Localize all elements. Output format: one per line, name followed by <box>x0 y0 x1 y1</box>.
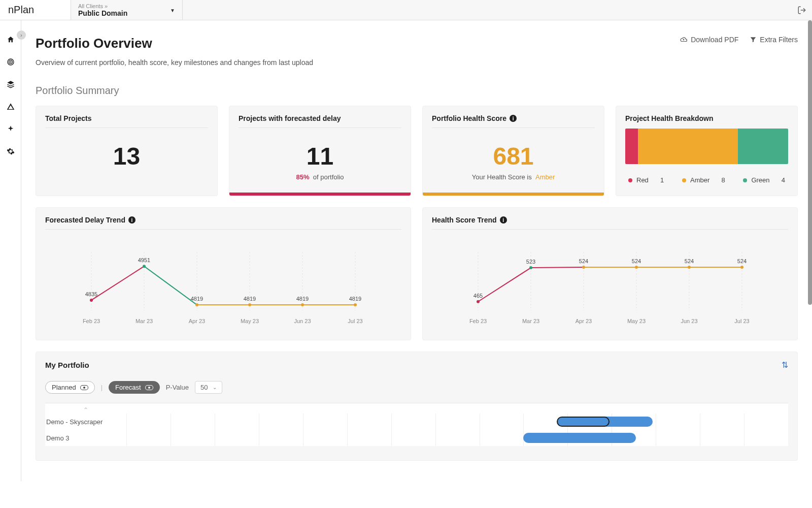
warning-icon <box>7 103 15 111</box>
total-projects-value: 13 <box>45 142 208 170</box>
card-my-portfolio: My Portfolio ⇅ Planned | Forecast P-Valu… <box>36 352 798 461</box>
svg-point-52 <box>529 266 532 269</box>
svg-line-16 <box>91 266 144 300</box>
target-icon <box>7 58 15 66</box>
client-name: Public Domain <box>78 9 175 17</box>
breakdown-seg-green <box>738 129 788 164</box>
gantt-bar-forecast[interactable] <box>523 433 636 443</box>
breakdown-bar <box>625 129 788 164</box>
svg-text:Jun 23: Jun 23 <box>681 318 697 324</box>
eye-icon <box>80 385 88 390</box>
health-score-value: 681 <box>432 142 595 170</box>
card-health-title: Portfolio Health Score <box>432 114 506 122</box>
svg-point-21 <box>90 299 93 302</box>
main-content: Portfolio Overview Download PDF Extra Fi… <box>21 20 812 481</box>
svg-text:4951: 4951 <box>138 257 150 263</box>
nav-layers[interactable] <box>6 79 16 89</box>
nav-home[interactable] <box>6 35 16 45</box>
legend-amber: Amber 8 <box>682 176 725 184</box>
card-delay-title: Projects with forecasted delay <box>239 114 401 122</box>
extra-filters-button[interactable]: Extra Filters <box>750 36 798 44</box>
svg-text:Mar 23: Mar 23 <box>136 318 153 324</box>
gantt-row-label[interactable]: Demo - Skyscraper <box>45 418 126 426</box>
health-trend-title: Health Score Trend <box>432 216 497 224</box>
collapse-caret-icon[interactable]: ⌃ <box>45 406 126 414</box>
svg-text:4819: 4819 <box>191 296 203 302</box>
health-status: Amber <box>535 173 555 181</box>
svg-text:4819: 4819 <box>349 296 361 302</box>
nav-insights[interactable] <box>6 124 16 134</box>
dot-icon <box>743 178 747 182</box>
extra-filters-label: Extra Filters <box>760 36 798 44</box>
nav-alerts[interactable] <box>6 102 16 112</box>
card-delay-trend: Forecasted Delay Trendi Feb 23Mar 23Apr … <box>36 207 411 340</box>
svg-text:Jul 23: Jul 23 <box>348 318 362 324</box>
filter-icon <box>750 36 757 43</box>
download-pdf-label: Download PDF <box>691 36 738 44</box>
svg-point-31 <box>354 303 357 306</box>
chip-planned[interactable]: Planned <box>45 381 95 394</box>
svg-point-56 <box>635 266 638 269</box>
sort-button[interactable]: ⇅ <box>782 360 788 370</box>
info-icon[interactable]: i <box>128 216 136 224</box>
svg-text:4835: 4835 <box>85 291 97 297</box>
breakdown-seg-amber <box>638 129 738 164</box>
card-breakdown-title: Project Health Breakdown <box>625 114 788 122</box>
svg-text:Mar 23: Mar 23 <box>522 318 539 324</box>
dot-icon <box>628 178 632 182</box>
card-total-projects: Total Projects 13 <box>36 106 218 196</box>
svg-text:Apr 23: Apr 23 <box>189 318 205 324</box>
card-forecasted-delay: Projects with forecasted delay 11 85% of… <box>229 106 411 196</box>
topbar: nPlan All Clients » Public Domain ▼ <box>0 0 812 20</box>
gantt-chart: ⌃ Demo - Skyscraper Demo 3 <box>45 403 788 446</box>
nav-settings[interactable] <box>6 146 16 156</box>
download-pdf-button[interactable]: Download PDF <box>680 36 738 44</box>
svg-text:May 23: May 23 <box>627 318 646 324</box>
svg-text:465: 465 <box>473 293 483 299</box>
gantt-row: Demo - Skyscraper <box>45 414 788 430</box>
svg-point-3 <box>10 61 11 62</box>
svg-point-58 <box>688 266 691 269</box>
svg-point-54 <box>582 266 585 269</box>
delay-pct: 85% <box>296 173 310 181</box>
delay-trend-chart: Feb 23Mar 23Apr 23May 23Jun 23Jul 234835… <box>45 242 401 328</box>
svg-point-25 <box>195 303 198 306</box>
svg-text:Jun 23: Jun 23 <box>294 318 311 324</box>
svg-text:524: 524 <box>737 258 747 264</box>
svg-point-23 <box>143 265 146 268</box>
chevron-down-icon: ⌄ <box>213 385 217 390</box>
gantt-row: Demo 3 <box>45 430 788 446</box>
svg-point-60 <box>740 266 743 269</box>
svg-text:May 23: May 23 <box>241 318 259 324</box>
layers-icon <box>7 80 15 88</box>
client-selector[interactable]: All Clients » Public Domain ▼ <box>71 0 183 20</box>
cloud-download-icon <box>680 36 688 43</box>
chip-forecast[interactable]: Forecast <box>109 381 160 394</box>
svg-line-17 <box>144 266 197 305</box>
gantt-row-label[interactable]: Demo 3 <box>45 434 126 442</box>
card-health-score: Portfolio Health Scorei 681 Your Health … <box>422 106 604 196</box>
nav-target[interactable] <box>6 57 16 67</box>
info-icon[interactable]: i <box>510 115 517 122</box>
svg-text:4819: 4819 <box>296 296 309 302</box>
svg-line-45 <box>478 268 531 302</box>
gear-icon <box>7 147 15 155</box>
logout-icon <box>797 6 806 15</box>
logout-button[interactable] <box>792 0 812 20</box>
pvalue-select[interactable]: 50⌄ <box>195 381 222 394</box>
scrollbar-thumb[interactable] <box>808 20 812 305</box>
caret-down-icon: ▼ <box>170 7 175 13</box>
svg-point-27 <box>248 303 251 306</box>
svg-line-46 <box>531 267 584 268</box>
svg-text:4819: 4819 <box>244 296 256 302</box>
card-health-trend: Health Score Trendi Feb 23Mar 23Apr 23Ma… <box>422 207 798 340</box>
page-title: Portfolio Overview <box>36 36 152 51</box>
sparkle-icon <box>7 125 15 133</box>
svg-text:524: 524 <box>685 258 694 264</box>
info-icon[interactable]: i <box>500 216 507 224</box>
my-portfolio-title: My Portfolio <box>45 361 89 369</box>
home-icon <box>7 36 15 44</box>
gantt-bar-planned[interactable] <box>557 417 610 427</box>
eye-icon <box>145 385 153 390</box>
svg-text:524: 524 <box>579 258 588 264</box>
